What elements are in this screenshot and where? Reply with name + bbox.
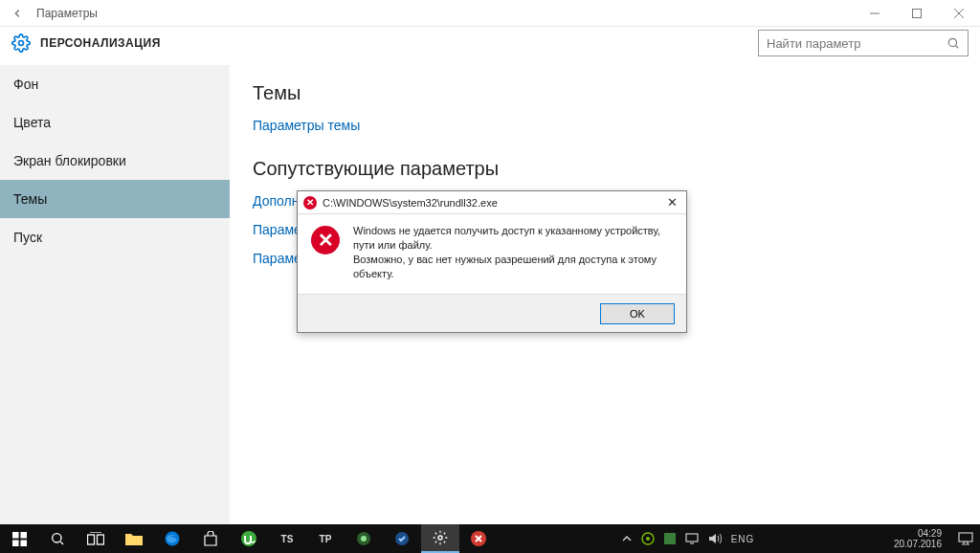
ok-button[interactable]: OK (600, 303, 675, 324)
sidebar-item-themes[interactable]: Темы (0, 180, 230, 218)
search-input[interactable]: Найти параметр (758, 30, 969, 56)
taskbar-app-red[interactable] (459, 524, 498, 553)
titlebar: Параметры (0, 0, 980, 27)
sidebar-item-background[interactable]: Фон (0, 65, 230, 103)
search-icon[interactable] (38, 524, 77, 553)
dialog-footer: OK (298, 294, 686, 332)
maximize-button[interactable] (896, 0, 938, 27)
back-button[interactable] (8, 4, 27, 23)
svg-point-11 (53, 534, 61, 542)
dialog-message: Windows не удается получить доступ к ука… (353, 224, 673, 280)
file-explorer-icon[interactable] (115, 524, 153, 553)
dialog-title: C:\WINDOWS\system32\rundll32.exe (323, 197, 498, 209)
nvidia-icon[interactable] (641, 532, 655, 545)
svg-rect-8 (20, 532, 27, 539)
dialog-titlebar: ✕ C:\WINDOWS\system32\rundll32.exe ✕ (298, 191, 686, 214)
theme-settings-link[interactable]: Параметры темы (253, 118, 957, 133)
close-button[interactable] (938, 0, 980, 27)
svg-line-12 (60, 542, 63, 544)
sidebar-item-lockscreen[interactable]: Экран блокировки (0, 142, 230, 180)
minimize-button[interactable] (854, 0, 896, 27)
error-icon: ✕ (311, 226, 340, 254)
search-placeholder: Найти параметр (767, 36, 947, 51)
svg-point-5 (948, 38, 956, 46)
volume-icon[interactable] (708, 533, 722, 544)
svg-point-21 (438, 536, 442, 540)
gear-icon (11, 33, 31, 53)
heading-themes: Темы (253, 82, 957, 104)
task-view-icon[interactable] (77, 524, 115, 553)
header: ПЕРСОНАЛИЗАЦИЯ Найти параметр (0, 27, 980, 65)
edge-icon[interactable] (153, 524, 191, 553)
error-icon-small: ✕ (303, 196, 317, 210)
store-icon[interactable] (191, 524, 230, 553)
svg-point-19 (361, 536, 367, 542)
dialog-body: ✕ Windows не удается получить доступ к у… (298, 214, 686, 294)
svg-rect-25 (664, 533, 676, 544)
svg-point-24 (646, 537, 650, 541)
taskbar-app-blue[interactable] (383, 524, 421, 553)
clock[interactable]: 04:29 20.07.2016 (884, 528, 951, 549)
utorrent-icon[interactable] (230, 524, 268, 553)
svg-line-6 (956, 46, 959, 49)
tray-chevron-up-icon[interactable] (622, 534, 632, 543)
action-center-icon[interactable] (951, 524, 980, 553)
search-icon (947, 36, 960, 50)
section-title: ПЕРСОНАЛИЗАЦИЯ (40, 36, 161, 50)
dialog-close-button[interactable]: ✕ (663, 195, 680, 210)
svg-rect-10 (20, 540, 27, 546)
svg-point-4 (19, 41, 24, 46)
sidebar-item-colors[interactable]: Цвета (0, 103, 230, 142)
language-indicator[interactable]: ENG (731, 534, 755, 544)
clock-date: 20.07.2016 (894, 539, 942, 549)
svg-rect-14 (98, 535, 104, 544)
tray-app-icon[interactable] (664, 533, 676, 544)
window-title: Параметры (36, 7, 98, 20)
svg-rect-9 (12, 540, 19, 546)
clock-time: 04:29 (894, 528, 942, 539)
heading-related: Сопутствующие параметры (253, 158, 957, 180)
network-icon[interactable] (685, 533, 699, 544)
settings-taskbar-icon[interactable] (421, 524, 459, 553)
svg-rect-7 (12, 532, 19, 539)
sidebar-item-start[interactable]: Пуск (0, 218, 230, 256)
error-dialog: ✕ C:\WINDOWS\system32\rundll32.exe ✕ ✕ W… (297, 190, 687, 333)
svg-rect-1 (913, 9, 922, 17)
taskbar-app-tp[interactable]: TP (306, 524, 345, 553)
svg-rect-26 (686, 534, 698, 542)
svg-rect-28 (959, 533, 972, 542)
taskbar-app-ts[interactable]: TS (268, 524, 306, 553)
start-button[interactable] (0, 524, 38, 553)
svg-rect-13 (88, 535, 95, 544)
sidebar: Фон Цвета Экран блокировки Темы Пуск (0, 65, 230, 524)
taskbar-app-green[interactable] (345, 524, 383, 553)
taskbar: TS TP ENG 04:29 20.07.2016 (0, 524, 980, 553)
system-tray: ENG (622, 532, 761, 545)
window-controls (854, 0, 980, 27)
